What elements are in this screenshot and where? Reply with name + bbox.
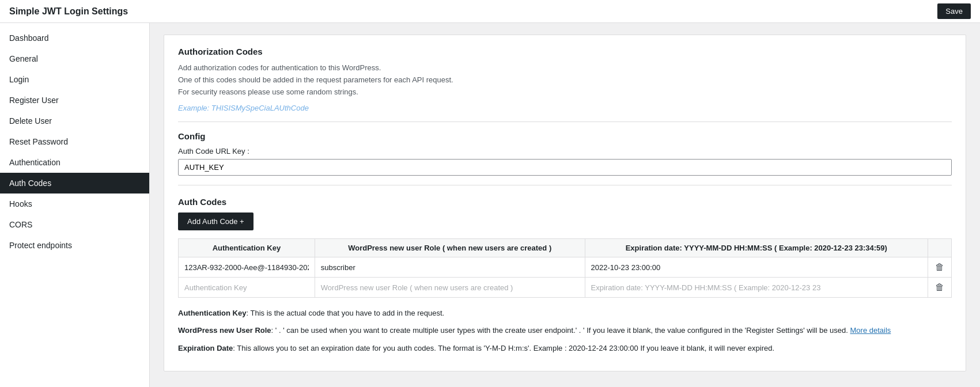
auth-key-input-0[interactable] <box>179 259 315 276</box>
note-wp-role-text1: : ' . ' can be used when you want to cre… <box>271 326 848 335</box>
layout: DashboardGeneralLoginRegister UserDelete… <box>0 23 980 387</box>
sidebar-item-authentication[interactable]: Authentication <box>0 152 149 173</box>
expiration-input-0[interactable] <box>585 259 928 276</box>
auth-codes-table-section: Auth Codes Add Auth Code + Authenticatio… <box>178 197 952 354</box>
auth-code-url-key-input[interactable] <box>178 159 952 176</box>
sidebar-item-cors[interactable]: CORS <box>0 214 149 235</box>
sidebar-item-login[interactable]: Login <box>0 69 149 90</box>
col-expiration: Expiration date: YYYY-MM-DD HH:MM:SS ( E… <box>585 239 928 257</box>
sidebar-item-delete-user[interactable]: Delete User <box>0 111 149 131</box>
more-details-link[interactable]: More details <box>850 326 891 335</box>
note-expiration-text: : This allows you to set an expiration d… <box>233 344 774 352</box>
col-auth-key: Authentication Key <box>179 239 315 257</box>
divider2 <box>178 185 952 185</box>
sidebar-item-auth-codes[interactable]: Auth Codes <box>0 173 149 193</box>
sidebar-item-reset-password[interactable]: Reset Password <box>0 131 149 152</box>
note-auth-key: Authentication Key: This is the actual c… <box>178 307 952 320</box>
delete-row-button-0[interactable]: 🗑 <box>928 257 951 277</box>
note-auth-key-label: Authentication Key <box>178 309 246 317</box>
sidebar: DashboardGeneralLoginRegister UserDelete… <box>0 23 150 387</box>
sidebar-item-protect-endpoints[interactable]: Protect endpoints <box>0 235 149 256</box>
sidebar-item-dashboard[interactable]: Dashboard <box>0 28 149 48</box>
note-wp-role-label: WordPress new User Role <box>178 326 271 335</box>
sidebar-item-hooks[interactable]: Hooks <box>0 193 149 214</box>
wp-role-input-1[interactable] <box>315 279 585 297</box>
auth-key-input-1[interactable] <box>179 279 315 297</box>
table-header-row: Authentication Key WordPress new user Ro… <box>179 239 952 257</box>
table-row: 🗑 <box>179 278 952 298</box>
sidebar-item-general[interactable]: General <box>0 48 149 69</box>
note-wp-role: WordPress new User Role: ' . ' can be us… <box>178 324 952 337</box>
auth-codes-section-title: Authorization Codes <box>178 47 952 56</box>
table-row: 🗑 <box>179 257 952 278</box>
col-wp-role: WordPress new user Role ( when new users… <box>315 239 585 257</box>
wp-role-input-0[interactable] <box>315 259 585 276</box>
desc-line2: One of this codes should be added in the… <box>178 74 952 86</box>
note-expiration-label: Expiration Date <box>178 344 233 352</box>
note-expiration: Expiration Date: This allows you to set … <box>178 342 952 355</box>
example-text: Example: THISISMySpeCiaLAUthCode <box>178 104 952 112</box>
expiration-input-1[interactable] <box>585 279 928 297</box>
divider <box>178 122 952 122</box>
auth-code-url-key-label: Auth Code URL Key : <box>178 147 952 155</box>
col-delete <box>928 239 952 257</box>
config-title: Config <box>178 131 952 141</box>
authorization-codes-panel: Authorization Codes Add authorization co… <box>164 35 966 371</box>
app-title: Simple JWT Login Settings <box>9 6 128 17</box>
notes-section: Authentication Key: This is the actual c… <box>178 307 952 354</box>
auth-codes-table-title: Auth Codes <box>178 197 952 207</box>
note-auth-key-text: : This is the actual code that you have … <box>246 309 444 317</box>
desc-line1: Add authorization codes for authenticati… <box>178 62 952 74</box>
config-section: Config Auth Code URL Key : <box>178 131 952 176</box>
delete-row-button-1[interactable]: 🗑 <box>928 278 951 297</box>
auth-codes-description: Add authorization codes for authenticati… <box>178 62 952 98</box>
save-button[interactable]: Save <box>937 3 971 19</box>
sidebar-item-register-user[interactable]: Register User <box>0 90 149 111</box>
app-header: Simple JWT Login Settings Save <box>0 0 980 23</box>
add-auth-code-button[interactable]: Add Auth Code + <box>178 213 253 230</box>
auth-codes-table: Authentication Key WordPress new user Ro… <box>178 238 952 298</box>
desc-line3: For security reasons please use some ran… <box>178 86 952 98</box>
main-content: Authorization Codes Add authorization co… <box>150 23 980 387</box>
